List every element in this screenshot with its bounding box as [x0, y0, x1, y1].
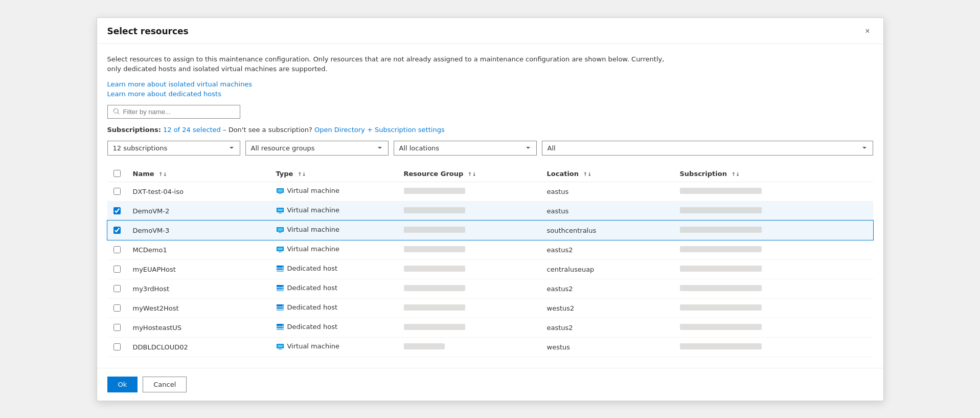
row-location: eastus — [547, 207, 569, 215]
row-subscription-blurred — [680, 343, 762, 349]
row-type-cell: Virtual machine — [270, 337, 398, 357]
row-type-icon-wrap: Dedicated host — [276, 265, 338, 273]
row-name: DemoVM-3 — [133, 227, 170, 234]
row-checkbox-1[interactable] — [113, 188, 121, 195]
svg-rect-19 — [277, 290, 284, 291]
virtual-machine-icon — [276, 187, 284, 195]
row-type-label: Virtual machine — [287, 226, 339, 233]
cancel-button[interactable]: Cancel — [143, 377, 187, 392]
table-body: DXT-test-04-iso Virtual machineeastusDem… — [107, 182, 873, 357]
row-subscription-cell — [674, 337, 873, 357]
col-header-type[interactable]: Type ↑↓ — [270, 166, 398, 182]
col-header-name[interactable]: Name ↑↓ — [127, 166, 270, 182]
row-checkbox-cell — [107, 221, 127, 240]
no-subscription-text: Don't see a subscription? — [229, 126, 312, 134]
row-name-cell: DXT-test-04-iso — [127, 182, 270, 201]
resource-groups-dropdown[interactable]: All resource groups — [245, 141, 389, 156]
row-checkbox-cell — [107, 279, 127, 298]
row-subscription-blurred — [680, 285, 762, 291]
row-location: eastus2 — [547, 324, 573, 332]
row-name: myEUAPHost — [133, 266, 176, 273]
row-checkbox-cell — [107, 201, 127, 221]
row-type-label: Virtual machine — [287, 342, 339, 350]
row-name-cell: myEUAPHost — [127, 259, 270, 279]
row-subscription-cell — [674, 201, 873, 221]
row-rg-cell — [398, 318, 541, 337]
row-subscription-blurred — [680, 304, 762, 311]
row-name: MCDemo1 — [133, 246, 167, 254]
row-rg-blurred — [404, 304, 465, 311]
row-rg-blurred — [404, 188, 465, 194]
close-button[interactable]: × — [862, 25, 873, 37]
dedicated-host-icon — [276, 284, 284, 292]
row-checkbox-7[interactable] — [113, 304, 121, 312]
row-location: eastus2 — [547, 246, 573, 254]
filter-input[interactable] — [123, 108, 235, 116]
row-subscription-blurred — [680, 324, 762, 330]
row-location-cell: eastus2 — [541, 240, 674, 259]
name-sort-icon: ↑↓ — [158, 171, 167, 177]
svg-rect-14 — [277, 271, 284, 272]
row-type-icon-wrap: Virtual machine — [276, 245, 339, 253]
row-checkbox-6[interactable] — [113, 285, 121, 292]
row-type-cell: Dedicated host — [270, 318, 398, 337]
row-rg-blurred — [404, 207, 465, 213]
svg-point-16 — [282, 269, 283, 270]
row-name-cell: MCDemo1 — [127, 240, 270, 259]
row-subscription-cell — [674, 182, 873, 201]
row-rg-cell — [398, 240, 541, 259]
row-subscription-blurred — [680, 246, 762, 252]
row-type-label: Virtual machine — [287, 187, 339, 194]
row-checkbox-5[interactable] — [113, 266, 121, 273]
table-row: DXT-test-04-iso Virtual machineeastus — [107, 182, 873, 201]
subscriptions-dropdown[interactable]: 12 subscriptions — [107, 141, 240, 156]
ok-button[interactable]: Ok — [107, 377, 138, 392]
links-section: Learn more about isolated virtual machin… — [107, 80, 873, 98]
type-dropdown[interactable]: All — [542, 141, 873, 156]
dialog-body: Select resources to assign to this maint… — [97, 44, 883, 368]
row-rg-cell — [398, 298, 541, 318]
open-directory-link[interactable]: Open Directory + Subscription settings — [314, 126, 445, 134]
locations-dropdown[interactable]: All locations — [394, 141, 537, 156]
select-all-checkbox[interactable] — [113, 170, 121, 177]
row-checkbox-3[interactable] — [113, 227, 121, 234]
dedicated-hosts-link[interactable]: Learn more about dedicated hosts — [107, 90, 873, 98]
subscriptions-label: Subscriptions: — [107, 126, 161, 134]
row-subscription-blurred — [680, 266, 762, 272]
row-checkbox-2[interactable] — [113, 207, 121, 214]
row-name-cell: myWest2Host — [127, 298, 270, 318]
description-text: Select resources to assign to this maint… — [107, 54, 670, 74]
row-rg-cell — [398, 259, 541, 279]
search-icon — [113, 108, 120, 115]
col-header-location[interactable]: Location ↑↓ — [541, 166, 674, 182]
row-checkbox-9[interactable] — [113, 343, 121, 350]
row-checkbox-8[interactable] — [113, 324, 121, 331]
dialog-footer: Ok Cancel — [97, 368, 883, 401]
row-subscription-cell — [674, 259, 873, 279]
dedicated-host-icon — [276, 323, 284, 331]
row-checkbox-cell — [107, 318, 127, 337]
row-type-icon-wrap: Dedicated host — [276, 303, 338, 312]
col-header-rg[interactable]: Resource Group ↑↓ — [398, 166, 541, 182]
row-type-cell: Dedicated host — [270, 279, 398, 298]
row-name: DDBLDCLOUD02 — [133, 343, 188, 351]
subscriptions-count[interactable]: 12 of 24 selected — [163, 126, 221, 134]
col-header-subscription[interactable]: Subscription ↑↓ — [674, 166, 873, 182]
isolated-vm-link[interactable]: Learn more about isolated virtual machin… — [107, 80, 873, 88]
row-type-icon-wrap: Virtual machine — [276, 342, 339, 350]
filter-input-wrap[interactable] — [107, 105, 240, 119]
location-sort-icon: ↑↓ — [583, 171, 592, 177]
row-name-cell: my3rdHost — [127, 279, 270, 298]
row-type-label: Dedicated host — [287, 284, 338, 292]
svg-rect-4 — [278, 209, 283, 211]
row-subscription-cell — [674, 240, 873, 259]
svg-rect-5 — [279, 213, 282, 213]
row-type-cell: Virtual machine — [270, 221, 398, 240]
row-name: myWest2Host — [133, 304, 179, 312]
table-row: myEUAPHost Dedicated hostcentraluseuap — [107, 259, 873, 279]
row-checkbox-4[interactable] — [113, 246, 121, 253]
row-location-cell: westus2 — [541, 298, 674, 318]
row-checkbox-cell — [107, 182, 127, 201]
row-checkbox-cell — [107, 337, 127, 357]
type-chevron-icon — [861, 145, 868, 151]
